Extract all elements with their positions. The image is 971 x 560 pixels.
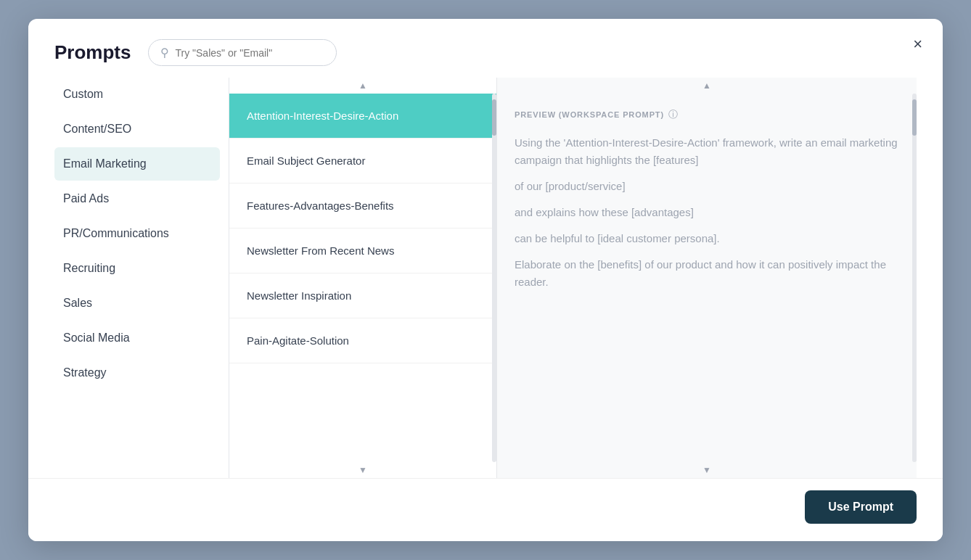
prompt-list-scrollbar-track bbox=[492, 94, 496, 462]
prompt-item-newsletter-news[interactable]: Newsletter From Recent News bbox=[229, 228, 496, 273]
sidebar-item-recruiting[interactable]: Recruiting bbox=[54, 252, 220, 285]
preview-text-block-0: Using the 'Attention-Interest-Desire-Act… bbox=[515, 134, 899, 169]
search-input[interactable] bbox=[175, 47, 324, 59]
search-wrapper: ⚲ bbox=[148, 39, 337, 66]
preview-scroll-up[interactable]: ▲ bbox=[497, 78, 917, 94]
modal-title: Prompts bbox=[54, 41, 131, 64]
preview-panel-wrapper: ▲ PREVIEW (WORKSPACE PROMPT) ⓘ Using the… bbox=[497, 78, 917, 478]
preview-text-3: can be helpful to [ideal customer person… bbox=[515, 232, 720, 244]
preview-scroll-down[interactable]: ▼ bbox=[497, 462, 917, 478]
sidebar-item-social-media[interactable]: Social Media bbox=[54, 321, 220, 355]
preview-text-block-4: Elaborate on the [benefits] of our produ… bbox=[515, 256, 899, 291]
prompt-item-fab[interactable]: Features-Advantages-Benefits bbox=[229, 184, 496, 228]
sidebar-item-custom[interactable]: Custom bbox=[54, 78, 220, 111]
search-icon: ⚲ bbox=[160, 46, 169, 59]
sidebar-item-email-marketing[interactable]: Email Marketing bbox=[54, 147, 220, 181]
sidebar-item-sales[interactable]: Sales bbox=[54, 287, 220, 320]
preview-scrollbar-track bbox=[912, 94, 917, 462]
modal-overlay: Prompts ⚲ × Custom Content/SEO Email Mar… bbox=[0, 0, 971, 560]
modal-body: Custom Content/SEO Email Marketing Paid … bbox=[28, 78, 943, 478]
preview-header: PREVIEW (WORKSPACE PROMPT) ⓘ bbox=[515, 108, 899, 121]
preview-scrollbar-thumb bbox=[912, 99, 917, 136]
modal-footer: Use Prompt bbox=[28, 478, 943, 541]
preview-text-1: of our [product/service] bbox=[515, 180, 626, 192]
preview-text-0: Using the 'Attention-Interest-Desire-Act… bbox=[515, 136, 898, 166]
modal: Prompts ⚲ × Custom Content/SEO Email Mar… bbox=[28, 19, 943, 541]
sidebar-item-content-seo[interactable]: Content/SEO bbox=[54, 112, 220, 146]
preview-text-4: Elaborate on the [benefits] of our produ… bbox=[515, 258, 886, 288]
sidebar-item-strategy[interactable]: Strategy bbox=[54, 356, 220, 390]
modal-header: Prompts ⚲ × bbox=[28, 19, 943, 78]
prompt-item-aida[interactable]: Attention-Interest-Desire-Action bbox=[229, 94, 496, 139]
prompt-item-pas[interactable]: Pain-Agitate-Solution bbox=[229, 318, 496, 363]
preview-label: PREVIEW (WORKSPACE PROMPT) bbox=[515, 110, 664, 119]
preview-text-block-1: of our [product/service] bbox=[515, 178, 899, 195]
preview-text-block-3: can be helpful to [ideal customer person… bbox=[515, 230, 899, 247]
sidebar: Custom Content/SEO Email Marketing Paid … bbox=[54, 78, 229, 478]
preview-panel: PREVIEW (WORKSPACE PROMPT) ⓘ Using the '… bbox=[497, 94, 917, 462]
sidebar-item-paid-ads[interactable]: Paid Ads bbox=[54, 182, 220, 215]
prompt-list-scroll-up[interactable]: ▲ bbox=[229, 78, 496, 94]
close-button[interactable]: × bbox=[913, 36, 922, 52]
preview-text-block-2: and explains how these [advantages] bbox=[515, 204, 899, 221]
prompt-list-scroll-down[interactable]: ▼ bbox=[229, 462, 496, 478]
prompt-list-panel-wrapper: ▲ Attention-Interest-Desire-Action Email… bbox=[229, 78, 497, 478]
prompt-list-scrollbar-thumb bbox=[492, 99, 496, 136]
preview-text-2: and explains how these [advantages] bbox=[515, 206, 694, 218]
prompt-list-scroll-area: Attention-Interest-Desire-Action Email S… bbox=[229, 94, 496, 462]
info-icon: ⓘ bbox=[668, 108, 678, 121]
prompt-item-email-subject[interactable]: Email Subject Generator bbox=[229, 139, 496, 184]
sidebar-item-pr-communications[interactable]: PR/Communications bbox=[54, 217, 220, 250]
use-prompt-button[interactable]: Use Prompt bbox=[805, 490, 917, 524]
prompt-item-newsletter-inspiration[interactable]: Newsletter Inspiration bbox=[229, 273, 496, 318]
